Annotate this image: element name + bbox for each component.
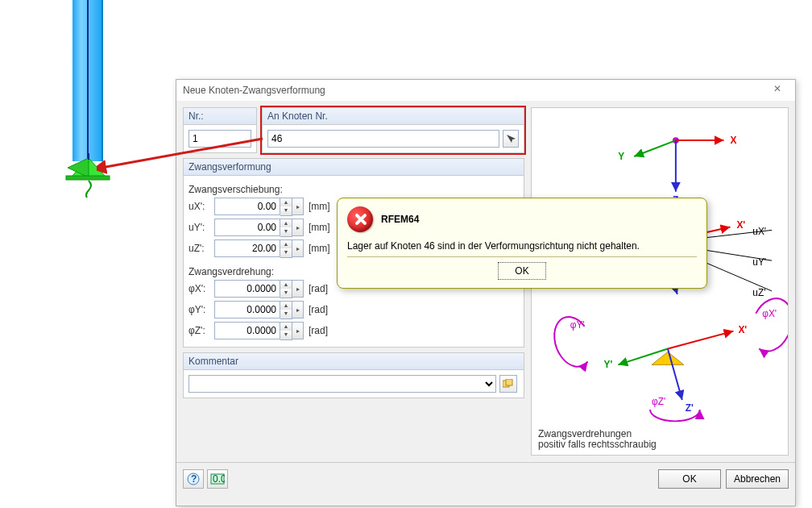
ux-unit: [mm] — [309, 201, 330, 212]
units-button[interactable]: 0.00 — [207, 469, 228, 489]
svg-line-10 — [634, 140, 676, 156]
svg-text:X: X — [730, 135, 736, 146]
pick-icon — [505, 133, 516, 144]
error-message-box: RFEM64 Lager auf Knoten 46 sind in der V… — [337, 198, 707, 289]
error-icon — [347, 206, 373, 232]
svg-text:X': X' — [736, 219, 745, 231]
nr-group: Nr.: — [183, 107, 257, 153]
deformation-group-label: Zwangsverformung — [184, 159, 524, 176]
node-input[interactable] — [267, 130, 499, 148]
error-ok-button[interactable]: OK — [498, 262, 546, 280]
svg-text:X': X' — [738, 324, 747, 335]
svg-marker-25 — [652, 352, 684, 364]
pick-node-button[interactable] — [503, 130, 519, 148]
phix-label: φX': — [188, 283, 211, 294]
svg-line-26 — [668, 331, 733, 349]
phiz-input[interactable] — [214, 322, 280, 339]
svg-text:Y': Y' — [603, 359, 612, 370]
imposed-deformation-dialog: Neue Knoten-Zwangsverformung ✕ Nr.: An K… — [176, 79, 796, 506]
svg-text:φY': φY' — [570, 319, 585, 331]
error-title: RFEM64 — [381, 214, 419, 225]
ux-label: uX': — [188, 201, 211, 212]
comment-group: Kommentar — [183, 352, 524, 398]
node-group: An Knoten Nr. — [262, 107, 524, 153]
dialog-title: Neue Knoten-Zwangsverformung — [183, 85, 766, 96]
svg-text:Y: Y — [618, 151, 624, 162]
msg-divider — [347, 256, 697, 257]
nr-label: Nr.: — [184, 108, 256, 125]
phiz-label: φZ': — [188, 325, 211, 336]
phiz-spinner[interactable]: ▲▼ — [280, 322, 292, 340]
dialog-footer: ? 0.00 OK Abbrechen — [176, 462, 795, 495]
close-icon[interactable]: ✕ — [766, 83, 789, 98]
model-preview — [56, 0, 121, 194]
phiz-unit: [rad] — [309, 325, 328, 336]
phiy-menu-button[interactable]: ▸ — [292, 301, 304, 319]
phiy-label: φY': — [188, 304, 211, 315]
phiy-unit: [rad] — [309, 304, 328, 315]
svg-text:φX': φX' — [762, 308, 777, 319]
svg-text:Z': Z' — [686, 402, 694, 414]
svg-text:0.00: 0.00 — [213, 473, 225, 485]
comment-combo[interactable] — [188, 375, 496, 393]
phix-unit: [rad] — [309, 283, 328, 294]
svg-text:?: ? — [191, 473, 197, 485]
node-label: An Knoten Nr. — [263, 108, 524, 125]
phiz-menu-button[interactable]: ▸ — [292, 322, 304, 339]
ux-menu-button[interactable]: ▸ — [292, 198, 304, 215]
uz-label: uZ': — [188, 243, 211, 254]
svg-rect-6 — [506, 379, 512, 385]
uy-spinner[interactable]: ▲▼ — [280, 219, 292, 237]
phiy-spinner[interactable]: ▲▼ — [280, 301, 292, 319]
phiy-input[interactable] — [214, 301, 280, 319]
titlebar: Neue Knoten-Zwangsverformung ✕ — [176, 80, 795, 101]
ux-input[interactable] — [214, 198, 280, 215]
ux-spinner[interactable]: ▲▼ — [280, 198, 292, 216]
library-icon — [503, 379, 514, 389]
phix-menu-button[interactable]: ▸ — [292, 280, 304, 298]
uy-input[interactable] — [214, 219, 280, 236]
comment-label: Kommentar — [184, 353, 524, 370]
uy-label: uY': — [188, 222, 211, 233]
diagram-caption: Zwangsverdrehungen positiv falls rechtss… — [538, 429, 657, 450]
help-icon: ? — [187, 473, 200, 485]
phix-input[interactable] — [214, 280, 280, 298]
units-icon: 0.00 — [210, 473, 225, 485]
svg-rect-2 — [66, 176, 110, 180]
cancel-button[interactable]: Abbrechen — [726, 469, 789, 489]
svg-text:φZ': φZ' — [652, 396, 665, 407]
member-axis — [87, 0, 89, 161]
ok-button[interactable]: OK — [658, 469, 721, 489]
comment-library-button[interactable] — [499, 375, 517, 393]
uy-menu-button[interactable]: ▸ — [292, 219, 304, 236]
error-text: Lager auf Knoten 46 sind in der Verformu… — [347, 240, 697, 252]
uz-unit: [mm] — [309, 243, 330, 254]
uz-spinner[interactable]: ▲▼ — [280, 239, 292, 258]
support-icon — [56, 153, 129, 198]
uz-input[interactable] — [214, 239, 280, 257]
uy-unit: [mm] — [309, 222, 330, 233]
phix-spinner[interactable]: ▲▼ — [280, 280, 292, 298]
svg-text:uZ': uZ' — [752, 287, 765, 298]
help-button[interactable]: ? — [183, 469, 204, 489]
svg-line-30 — [668, 348, 682, 400]
uz-menu-button[interactable]: ▸ — [292, 239, 304, 257]
nr-input[interactable] — [188, 130, 251, 148]
shift-label: Zwangsverschiebung: — [188, 184, 519, 195]
